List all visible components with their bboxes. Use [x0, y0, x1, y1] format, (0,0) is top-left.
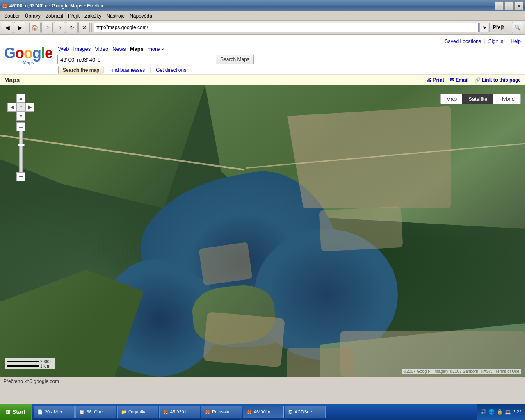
address-bar[interactable]: [94, 23, 479, 32]
search-maps-btn[interactable]: Search Maps: [216, 55, 254, 64]
link-to-page-link[interactable]: 🔗 Link to this page: [474, 77, 521, 83]
map-search-input[interactable]: [57, 55, 213, 64]
sep2: |: [507, 39, 508, 44]
tray-icon-3[interactable]: 🔒: [497, 409, 503, 415]
google-nav-content: Web Images Video News Maps more » Search…: [57, 46, 521, 74]
taskbar-item-label-2: Organika...: [128, 409, 151, 414]
nav-more[interactable]: more »: [148, 46, 164, 52]
saved-locations-link[interactable]: Saved Locations: [445, 39, 481, 44]
taskbar-item-5[interactable]: 🦊 46°00' n...: [243, 406, 284, 418]
search-the-map-btn[interactable]: Search the map: [58, 66, 103, 74]
print-link[interactable]: 🖨 Print: [427, 77, 444, 83]
find-businesses-link[interactable]: Find businesses: [104, 66, 150, 74]
tray-icon-4[interactable]: 💻: [505, 409, 511, 415]
scale-bar: 2000 ft 1 km: [5, 358, 55, 369]
zoom-handle[interactable]: [18, 144, 25, 146]
firefox-icon: 🦊: [2, 3, 8, 9]
maximize-btn[interactable]: □: [504, 1, 514, 10]
google-nav-row: Google Maps Web Images Video News Maps m…: [4, 46, 521, 74]
scale-bar-km-line: [7, 365, 39, 367]
taskbar-tray: 🔊 🌐 🔒 💻 2:22: [477, 404, 525, 420]
forward-btn[interactable]: ▶: [14, 22, 25, 33]
scale-line: 2000 ft 1 km: [7, 359, 53, 368]
logo-maps-text: Maps: [23, 60, 34, 65]
toolbar: ◀ ▶ 🏠 ☆ 🖨 ↻ ✕ Přejít 🔍: [0, 21, 525, 35]
get-directions-link[interactable]: Get directions: [151, 66, 192, 74]
nav-maps[interactable]: Maps: [130, 46, 144, 52]
nav-up[interactable]: ▲: [16, 94, 25, 103]
minimize-btn[interactable]: ─: [495, 1, 504, 10]
menu-zobrazit[interactable]: Zobrazit: [43, 12, 66, 20]
stop-btn[interactable]: ✕: [78, 22, 90, 33]
scale-km: 1 km: [7, 364, 53, 368]
start-button[interactable]: ⊞ Start: [0, 404, 32, 420]
nav-video[interactable]: Video: [95, 46, 108, 52]
tray-icon-1[interactable]: 🔊: [480, 409, 487, 415]
taskbar-item-1[interactable]: 📋 36. Que...: [75, 406, 116, 418]
taskbar-item-label-6: ACDSee ...: [294, 409, 317, 414]
menu-zalozky[interactable]: Záložky: [82, 12, 104, 20]
nav-news[interactable]: News: [112, 46, 126, 52]
help-link[interactable]: Help: [511, 39, 521, 44]
nav-web[interactable]: Web: [58, 46, 69, 52]
go-btn[interactable]: Přejít: [489, 23, 508, 32]
close-btn[interactable]: ✕: [514, 1, 523, 10]
email-link[interactable]: ✉ Email: [450, 77, 468, 83]
windows-icon: ⊞: [6, 409, 11, 415]
urban-patch-4: [319, 206, 403, 251]
nav-links: Web Images Video News Maps more »: [58, 46, 521, 52]
nav-cross: ▲ ◀ • ▶ ▼: [7, 94, 34, 121]
taskbar-item-6[interactable]: 🖼 ACDSee ...: [285, 406, 326, 418]
scale-ft-label: 2000 ft: [40, 359, 53, 364]
menu-nastroje[interactable]: Nástroje: [104, 12, 127, 20]
search-addon-icon[interactable]: 🔍: [512, 22, 523, 33]
google-logo: Google: [4, 46, 52, 61]
map-container[interactable]: ▲ ◀ • ▶ ▼ + − Map Satellite Hybrid: [0, 85, 525, 377]
menu-prejit[interactable]: Přejít: [66, 12, 82, 20]
tray-time: 2:22: [513, 409, 522, 414]
taskbar-item-4[interactable]: 🦊 Potassiu...: [201, 406, 242, 418]
zoom-slider[interactable]: [19, 131, 23, 172]
scale-km-label: 1 km: [40, 364, 49, 368]
menubar: Soubor Úpravy Zobrazit Přejít Záložky Ná…: [0, 11, 525, 21]
taskbar: ⊞ Start 📄 20 - Micr... 📋 36. Que... 📁 Or…: [0, 404, 525, 420]
menu-upravy[interactable]: Úpravy: [23, 12, 43, 20]
map-type-controls: Map Satellite Hybrid: [440, 94, 521, 104]
status-text: Přečteno kh0.google.com: [3, 379, 59, 384]
zoom-in-btn[interactable]: +: [16, 122, 25, 131]
titlebar-controls: ─ □ ✕: [495, 1, 523, 10]
link-icon: 🔗: [474, 77, 480, 83]
tray-icon-2[interactable]: 🌐: [488, 409, 495, 415]
maps-bar: Maps 🖨 Print ✉ Email 🔗 Link to this page: [0, 75, 525, 85]
home-btn[interactable]: 🏠: [29, 22, 41, 33]
back-btn[interactable]: ◀: [2, 22, 13, 33]
urban-patch-3: [287, 348, 353, 377]
maps-title: Maps: [4, 76, 20, 83]
start-label: Start: [12, 409, 25, 415]
taskbar-item-label-4: Potassiu...: [212, 409, 233, 414]
taskbar-item-icon-0: 📄: [37, 409, 43, 415]
menu-napoveda[interactable]: Nápověda: [127, 12, 155, 20]
reload-btn[interactable]: ↻: [66, 22, 78, 33]
map-type-satellite-btn[interactable]: Satellite: [462, 94, 493, 104]
nav-center[interactable]: •: [16, 103, 25, 112]
nav-down[interactable]: ▼: [16, 112, 25, 121]
sign-in-link[interactable]: Sign in: [488, 39, 504, 44]
nav-right[interactable]: ▶: [25, 103, 34, 112]
search-options: Search the map Find businesses Get direc…: [58, 66, 521, 74]
zoom-out-btn[interactable]: −: [16, 172, 25, 181]
address-dropdown[interactable]: [479, 23, 488, 32]
taskbar-item-label-0: 20 - Micr...: [45, 409, 66, 414]
bookmark-btn[interactable]: ☆: [41, 22, 53, 33]
map-type-hybrid-btn[interactable]: Hybrid: [493, 94, 521, 104]
taskbar-item-2[interactable]: 📁 Organika...: [117, 406, 158, 418]
nav-images[interactable]: Images: [73, 46, 91, 52]
taskbar-item-0[interactable]: 📄 20 - Micr...: [34, 406, 75, 418]
taskbar-item-3[interactable]: 🦊 45.9201...: [159, 406, 200, 418]
map-type-map-btn[interactable]: Map: [440, 94, 462, 104]
menu-soubor[interactable]: Soubor: [2, 12, 23, 20]
email-icon: ✉: [450, 77, 454, 83]
print-toolbar-btn[interactable]: 🖨: [54, 22, 65, 33]
window-titlebar: 🦊 46°00' n,63°40' e - Google Maps - Fire…: [0, 0, 525, 11]
nav-left[interactable]: ◀: [7, 103, 16, 112]
